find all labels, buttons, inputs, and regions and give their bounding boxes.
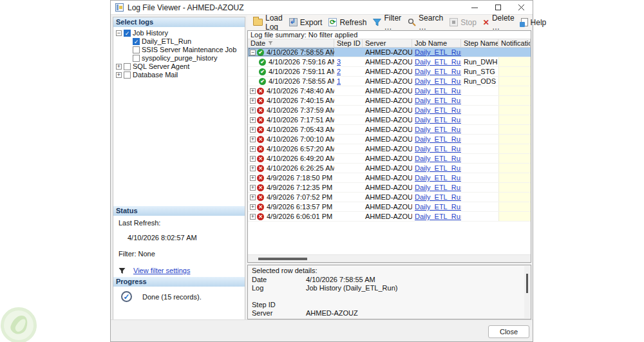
collapse-icon[interactable]: − <box>116 30 122 36</box>
sort-filter-icon[interactable] <box>265 39 273 47</box>
date-cell[interactable]: +✕4/9/2026 7:12:35 PM <box>248 183 334 192</box>
column-header-date[interactable]: Date <box>248 39 334 47</box>
date-cell[interactable]: +✕4/10/2026 6:49:20 AM <box>248 154 334 163</box>
expand-row-icon[interactable]: + <box>250 127 256 133</box>
column-header-step-id[interactable]: Step ID <box>334 39 363 47</box>
job-name-link[interactable]: Daily_ETL_Run <box>415 145 461 153</box>
job-name-link[interactable]: Daily_ETL_Run <box>415 106 461 114</box>
job-name-link[interactable]: Daily_ETL_Run <box>415 184 461 191</box>
job-name-link[interactable]: Daily_ETL_Run <box>415 155 461 162</box>
expand-row-icon[interactable]: + <box>250 195 256 200</box>
job-name-link[interactable]: Daily_ETL_Run <box>415 68 461 75</box>
horizontal-scrollbar-thumb[interactable] <box>258 258 307 260</box>
checkbox[interactable] <box>133 55 140 62</box>
date-cell[interactable]: +✕4/9/2026 6:13:57 PM <box>248 202 334 211</box>
job-name-link[interactable]: Daily_ETL_Run <box>415 116 461 124</box>
job-name-link[interactable]: Daily_ETL_Run <box>415 77 461 85</box>
date-cell[interactable]: ✔4/10/2026 7:58:55 AM <box>248 77 334 86</box>
tree-item-job-history[interactable]: −✓Job History <box>115 29 245 37</box>
checkbox[interactable] <box>133 46 140 53</box>
column-header-server[interactable]: Server <box>363 39 412 47</box>
date-cell[interactable]: +✕4/9/2026 7:18:50 PM <box>248 173 334 182</box>
expand-icon[interactable]: + <box>116 72 122 78</box>
table-row[interactable]: +✕4/10/2026 7:40:15 AMAHMED-AZOUZDaily_E… <box>248 96 531 106</box>
tree-item-daily-etl-run[interactable]: ✓Daily_ETL_Run <box>115 37 245 45</box>
column-header-job-name[interactable]: Job Name <box>412 39 461 47</box>
tree-item-sql-server-agent[interactable]: +SQL Server Agent <box>115 62 245 70</box>
date-cell[interactable]: +✕4/10/2026 6:26:25 AM <box>248 164 334 173</box>
table-row[interactable]: +✕4/10/2026 6:49:20 AMAHMED-AZOUZDaily_E… <box>248 154 531 164</box>
checkbox[interactable] <box>124 63 131 70</box>
job-name-link[interactable]: Daily_ETL_Run <box>415 126 461 133</box>
details-vertical-scrollbar[interactable] <box>524 266 530 318</box>
column-header-notifications[interactable]: Notifications <box>498 39 531 47</box>
step-id-link[interactable]: 2 <box>337 68 341 75</box>
job-name-link[interactable]: Daily_ETL_Run <box>415 193 461 201</box>
checkbox[interactable]: ✓ <box>124 30 131 37</box>
tree-item-ssis-server-maintenance-job[interactable]: SSIS Server Maintenance Job <box>115 46 245 53</box>
expand-row-icon[interactable]: + <box>250 156 256 162</box>
date-cell[interactable]: +✕4/10/2026 7:05:43 AM <box>248 125 334 134</box>
job-name-link[interactable]: Daily_ETL_Run <box>415 58 461 66</box>
expand-row-icon[interactable]: + <box>250 146 256 152</box>
date-cell[interactable]: +✕4/10/2026 7:48:40 AM <box>248 86 334 95</box>
table-row[interactable]: +✕4/10/2026 7:00:10 AMAHMED-AZOUZDaily_E… <box>248 135 531 144</box>
refresh-button[interactable]: ⟳Refresh <box>325 17 370 28</box>
checkbox[interactable] <box>124 71 131 79</box>
date-cell[interactable]: +✕4/10/2026 6:57:20 AM <box>248 144 334 153</box>
table-row[interactable]: +✕4/9/2026 6:06:01 PMAHMED-AZOUZDaily_ET… <box>248 212 531 222</box>
date-cell[interactable]: +✕4/9/2026 7:07:52 PM <box>248 193 334 202</box>
load-log-button[interactable]: Load Log <box>250 12 286 33</box>
table-row[interactable]: +✕4/10/2026 7:48:40 AMAHMED-AZOUZDaily_E… <box>248 86 531 96</box>
job-name-link[interactable]: Daily_ETL_Run <box>415 203 461 211</box>
date-cell[interactable]: +✕4/10/2026 7:37:59 AM <box>248 106 334 115</box>
table-row[interactable]: +✕4/9/2026 7:07:52 PMAHMED-AZOUZDaily_ET… <box>248 193 531 202</box>
table-row[interactable]: ✔4/10/2026 7:59:11 AM2AHMED-AZOUZDaily_E… <box>248 67 531 77</box>
expand-row-icon[interactable]: + <box>250 185 256 191</box>
date-cell[interactable]: +✕4/10/2026 7:40:15 AM <box>248 96 334 105</box>
filter-button[interactable]: Filter … <box>370 12 404 33</box>
table-row[interactable]: ✔4/10/2026 7:58:55 AM1AHMED-AZOUZDaily_E… <box>248 77 531 86</box>
job-name-link[interactable]: Daily_ETL_Run <box>415 164 461 172</box>
help-button[interactable]: Help <box>518 17 550 28</box>
tree-item-database-mail[interactable]: +Database Mail <box>115 71 245 79</box>
column-header-step-name[interactable]: Step Name <box>461 39 498 47</box>
tree-item-syspolicy-purge-history[interactable]: syspolicy_purge_history <box>115 54 245 62</box>
table-row[interactable]: −✔4/10/2026 7:58:55 AMAHMED-AZOUZDaily_E… <box>248 48 531 57</box>
table-row[interactable]: +✕4/9/2026 7:18:50 PMAHMED-AZOUZDaily_ET… <box>248 173 531 183</box>
view-filter-settings-link[interactable]: View filter settings <box>133 267 190 274</box>
table-row[interactable]: +✕4/10/2026 7:05:43 AMAHMED-AZOUZDaily_E… <box>248 125 531 135</box>
job-name-link[interactable]: Daily_ETL_Run <box>415 135 461 143</box>
expand-row-icon[interactable]: + <box>250 137 256 142</box>
job-name-link[interactable]: Daily_ETL_Run <box>415 213 461 220</box>
job-name-link[interactable]: Daily_ETL_Run <box>415 97 461 104</box>
expand-row-icon[interactable]: + <box>250 108 256 113</box>
job-name-link[interactable]: Daily_ETL_Run <box>415 48 461 56</box>
job-name-link[interactable]: Daily_ETL_Run <box>415 174 461 182</box>
delete-button[interactable]: ✕Delete … <box>480 12 518 33</box>
details-scrollbar-thumb[interactable] <box>526 274 528 293</box>
expand-row-icon[interactable]: + <box>250 88 256 94</box>
job-name-link[interactable]: Daily_ETL_Run <box>415 87 461 95</box>
step-id-link[interactable]: 1 <box>337 77 341 85</box>
table-row[interactable]: +✕4/9/2026 6:13:57 PMAHMED-AZOUZDaily_ET… <box>248 202 531 212</box>
export-button[interactable]: Export <box>286 17 326 28</box>
date-cell[interactable]: ✔4/10/2026 7:59:11 AM <box>248 67 334 76</box>
date-cell[interactable]: +✕4/10/2026 7:00:10 AM <box>248 135 334 144</box>
horizontal-scrollbar[interactable] <box>248 254 531 262</box>
table-row[interactable]: +✕4/10/2026 7:37:59 AMAHMED-AZOUZDaily_E… <box>248 106 531 115</box>
search-button[interactable]: Search … <box>404 12 446 33</box>
date-cell[interactable]: +✕4/10/2026 7:17:51 AM <box>248 115 334 124</box>
collapse-row-icon[interactable]: − <box>250 50 256 55</box>
table-row[interactable]: +✕4/10/2026 6:57:20 AMAHMED-AZOUZDaily_E… <box>248 144 531 154</box>
checkbox[interactable]: ✓ <box>133 38 140 45</box>
step-id-link[interactable]: 3 <box>337 58 341 66</box>
table-row[interactable]: +✕4/10/2026 7:17:51 AMAHMED-AZOUZDaily_E… <box>248 115 531 125</box>
table-row[interactable]: ✔4/10/2026 7:59:16 AM3AHMED-AZOUZDaily_E… <box>248 57 531 67</box>
expand-row-icon[interactable]: + <box>250 214 256 220</box>
expand-row-icon[interactable]: + <box>250 204 256 210</box>
table-row[interactable]: +✕4/10/2026 6:26:25 AMAHMED-AZOUZDaily_E… <box>248 164 531 173</box>
table-row[interactable]: +✕4/9/2026 7:12:35 PMAHMED-AZOUZDaily_ET… <box>248 183 531 193</box>
expand-icon[interactable]: + <box>116 64 122 70</box>
date-cell[interactable]: −✔4/10/2026 7:58:55 AM <box>248 48 334 57</box>
